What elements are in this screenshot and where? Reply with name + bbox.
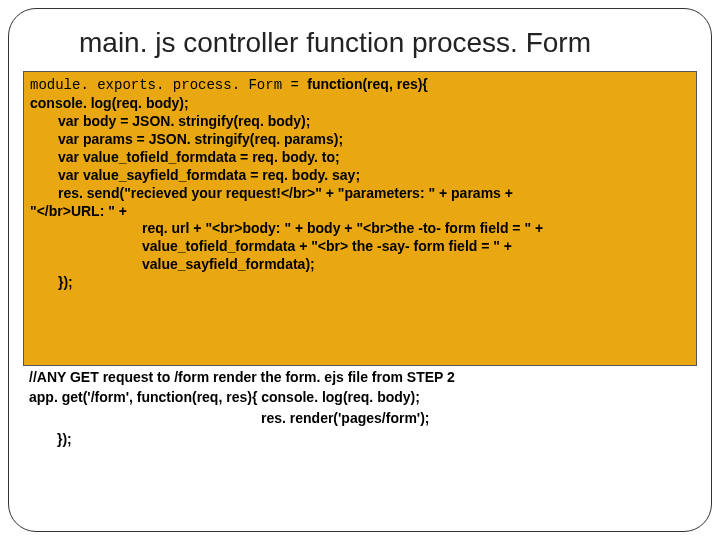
code-line: var value_sayfield_formdata = req. body.… bbox=[30, 167, 690, 185]
code-block: module. exports. process. Form = functio… bbox=[23, 71, 697, 366]
comment-line: //ANY GET request to /form render the fo… bbox=[29, 368, 697, 386]
code-line: "</br>URL: " + bbox=[30, 203, 690, 221]
slide-frame: main. js controller function process. Fo… bbox=[8, 8, 712, 532]
code-line: value_sayfield_formdata); bbox=[30, 256, 690, 274]
code-mono: module. exports. process. Form = bbox=[30, 77, 307, 93]
code-line: req. url + "<br>body: " + body + "<br>th… bbox=[30, 220, 690, 238]
code-rest: function(req, res){ bbox=[307, 76, 428, 92]
code-line: var body = JSON. stringify(req. body); bbox=[30, 113, 690, 131]
spacer bbox=[30, 292, 690, 308]
code-line: module. exports. process. Form = functio… bbox=[30, 76, 690, 95]
code-line: }); bbox=[30, 274, 690, 292]
comment-line: }); bbox=[57, 431, 701, 447]
code-line: console. log(req. body); bbox=[30, 95, 690, 113]
code-line: res. send("recieved your request!</br>" … bbox=[30, 185, 690, 203]
code-line: var params = JSON. stringify(req. params… bbox=[30, 131, 690, 149]
code-line: value_tofield_formdata + "<br> the -say-… bbox=[30, 238, 690, 256]
slide-title: main. js controller function process. Fo… bbox=[79, 27, 701, 59]
comment-line: res. render('pages/form'); bbox=[29, 409, 697, 427]
comment-line: app. get('/form', function(req, res){ co… bbox=[29, 388, 697, 406]
code-line: var value_tofield_formdata = req. body. … bbox=[30, 149, 690, 167]
